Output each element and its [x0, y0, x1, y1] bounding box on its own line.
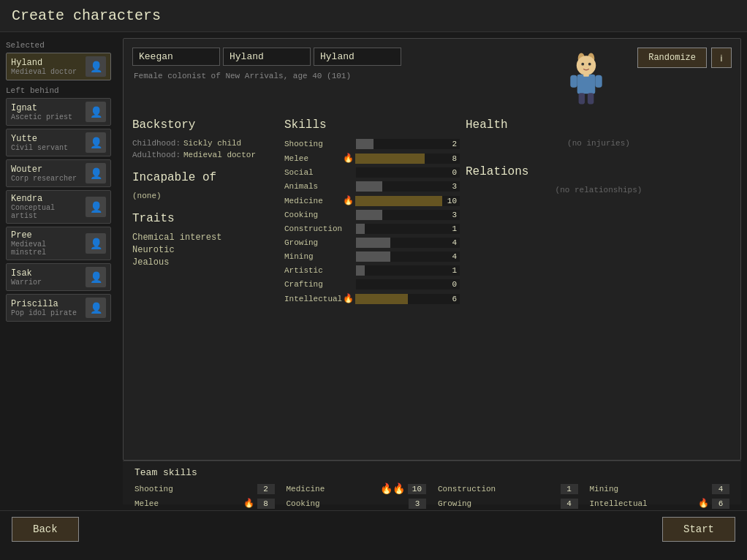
- skill-value: 6: [452, 294, 457, 304]
- team-skill-name: Intellectual: [590, 499, 696, 508]
- health-relations-column: Health (no injuries) Relations (no relat…: [466, 118, 732, 463]
- skill-name: Construction: [284, 224, 343, 233]
- health-section: Health (no injuries): [466, 118, 732, 148]
- skill-name: Intellectual: [284, 295, 343, 303]
- character-sprite-area: [550, 48, 623, 110]
- skill-value: 1: [452, 224, 457, 234]
- last-name-input[interactable]: [223, 48, 311, 66]
- skill-value: 0: [452, 279, 457, 290]
- skill-value: 2: [452, 139, 457, 149]
- traits-section: Traits Chemical interestNeuroticJealous: [132, 212, 278, 268]
- skills-list: Shooting 2 Melee 🔥 8 Social 0 Animals 3 …: [284, 139, 460, 304]
- traits-list: Chemical interestNeuroticJealous: [132, 232, 278, 268]
- skill-name: Shooting: [284, 140, 343, 148]
- team-skill-name: Medicine: [287, 485, 377, 493]
- skill-bar-container: 4: [356, 238, 460, 248]
- character-columns: Backstory Childhood: Sickly child Adulth…: [132, 118, 732, 463]
- sidebar-left-behind-card[interactable]: Ignat Ascetic priest 👤: [6, 98, 111, 126]
- skill-bar-container: 0: [356, 279, 460, 290]
- start-button[interactable]: Start: [662, 517, 735, 542]
- incapable-section: Incapable of (none): [132, 171, 278, 200]
- left-column: Backstory Childhood: Sickly child Adulth…: [132, 118, 278, 463]
- incapable-value: (none): [132, 192, 278, 200]
- skill-bar-container: 0: [356, 167, 460, 178]
- svg-rect-6: [570, 75, 577, 88]
- randomize-button[interactable]: Randomize: [637, 48, 707, 68]
- childhood-value: Sickly child: [183, 139, 241, 148]
- health-title: Health: [466, 118, 732, 132]
- sidebar-left-behind-card[interactable]: Isak Warrior 👤: [6, 263, 111, 291]
- trait-item: Jealous: [132, 257, 278, 268]
- skill-row: Animals 3: [284, 181, 460, 192]
- sidebar-left-behind-card[interactable]: Yutte Civil servant 👤: [6, 129, 111, 156]
- skill-name: Animals: [284, 182, 343, 191]
- skill-name: Medicine: [284, 197, 343, 205]
- sidebar-left-behind-card[interactable]: Pree Medieval minstrel 👤: [6, 227, 111, 260]
- left-behind-label: Left behind: [6, 86, 111, 95]
- incapable-title: Incapable of: [132, 171, 278, 184]
- faction-name-input[interactable]: [314, 48, 401, 66]
- sidebar-left-behind-card[interactable]: Priscilla Pop idol pirate 👤: [6, 294, 111, 322]
- skill-value: 0: [452, 167, 457, 178]
- svg-rect-9: [588, 93, 594, 104]
- team-skill-item: Cooking 3: [287, 498, 427, 509]
- back-button[interactable]: Back: [12, 517, 79, 542]
- first-name-input[interactable]: [132, 48, 220, 66]
- skill-row: Crafting 0: [284, 279, 460, 290]
- svg-point-2: [577, 56, 596, 75]
- sidebar: Selected Hyland Medieval doctor 👤 Left b…: [0, 32, 117, 510]
- team-skill-item: Medicine 🔥🔥 10: [287, 483, 427, 495]
- team-skill-item: Melee 🔥 8: [134, 498, 275, 509]
- team-skill-value: 4: [561, 499, 578, 509]
- character-header: Female colonist of New Arrivals, age 40 …: [132, 48, 732, 110]
- trait-item: Neurotic: [132, 245, 278, 255]
- team-skills-title: Team skills: [134, 467, 729, 478]
- childhood-row: Childhood: Sickly child: [132, 139, 278, 148]
- skill-value: 3: [452, 181, 457, 192]
- skill-row: Intellectual 🔥 6: [284, 293, 460, 304]
- skill-row: Growing 4: [284, 238, 460, 248]
- team-skills-grid: Shooting 2 Medicine 🔥🔥 10 Construction 1…: [134, 483, 729, 509]
- skill-row: Cooking 3: [284, 210, 460, 220]
- page-title: Create characters: [12, 7, 161, 24]
- info-button[interactable]: i: [711, 48, 732, 68]
- character-panel: Female colonist of New Arrivals, age 40 …: [123, 38, 741, 461]
- left-behind-characters-list: Ignat Ascetic priest 👤 Yutte Civil serva…: [6, 98, 111, 322]
- character-sprite: [561, 48, 612, 110]
- svg-rect-5: [577, 75, 596, 94]
- team-skill-item: Intellectual 🔥 6: [590, 498, 730, 509]
- team-skill-item: Shooting 2: [134, 483, 275, 495]
- team-skill-value: 10: [408, 484, 426, 494]
- passion-major-icon: 🔥: [343, 195, 354, 206]
- adulthood-row: Adulthood: Medieval doctor: [132, 151, 278, 159]
- relations-status: (no relationships): [466, 186, 732, 194]
- team-skill-value: 8: [257, 499, 275, 509]
- skill-row: Mining 4: [284, 251, 460, 262]
- team-skill-name: Cooking: [287, 499, 406, 508]
- skill-bar-container: 10: [355, 196, 460, 206]
- skill-name: Cooking: [284, 211, 343, 219]
- sidebar-selected-card[interactable]: Hyland Medieval doctor 👤: [6, 53, 111, 80]
- backstory-title: Backstory: [132, 118, 278, 132]
- skill-bar-container: 3: [356, 210, 460, 220]
- team-skill-value: 1: [561, 484, 578, 494]
- svg-rect-10: [583, 73, 589, 77]
- relations-title: Relations: [466, 165, 732, 178]
- sidebar-left-behind-card[interactable]: Kendra Conceptual artist 👤: [6, 190, 111, 224]
- skill-name: Crafting: [284, 280, 343, 289]
- content-area: Female colonist of New Arrivals, age 40 …: [117, 32, 747, 510]
- skill-bar-container: 3: [356, 181, 460, 192]
- team-skill-name: Melee: [134, 499, 240, 508]
- character-description: Female colonist of New Arrivals, age 40 …: [132, 72, 535, 80]
- team-skill-name: Growing: [438, 499, 558, 508]
- team-skill-value: 6: [712, 499, 729, 509]
- skill-value: 8: [452, 154, 457, 164]
- skill-bar-container: 8: [355, 154, 460, 164]
- sidebar-left-behind-card[interactable]: Wouter Corp researcher 👤: [6, 159, 111, 187]
- selected-label: Selected: [6, 41, 111, 50]
- skill-bar-container: 1: [356, 265, 460, 276]
- team-passion-minor-icon: 🔥: [698, 498, 709, 509]
- team-passion-minor-icon: 🔥: [243, 498, 254, 509]
- team-skill-name: Construction: [438, 485, 558, 493]
- skills-column: Skills Shooting 2 Melee 🔥 8 Social 0 Ani…: [284, 118, 460, 463]
